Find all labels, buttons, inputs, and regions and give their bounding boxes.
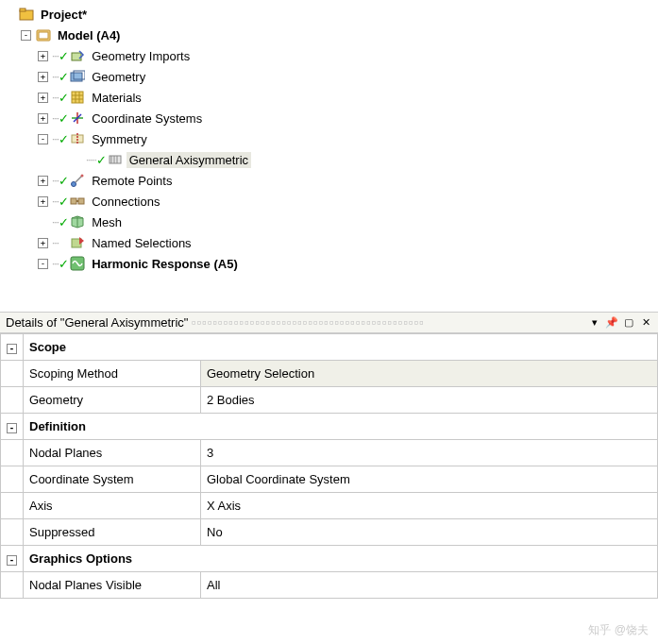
axisym-icon (107, 152, 124, 167)
tree-item[interactable]: + ···· Named Selections (4, 232, 658, 253)
pin-icon[interactable]: 📌 (605, 316, 618, 330)
expander-icon[interactable]: + (38, 238, 48, 248)
property-name: Geometry (24, 387, 201, 414)
expander-icon[interactable]: + (38, 93, 48, 103)
check-icon: ✓ (59, 49, 68, 63)
tree-label: Harmonic Response (A5) (89, 256, 241, 272)
check-icon: ✓ (59, 111, 68, 126)
tree-label: Geometry (89, 69, 148, 85)
tree-item[interactable]: + ···· ✓ Geometry Imports (4, 45, 658, 66)
details-panel-header: Details of "General Axisymmetric" ▫▫▫▫▫▫… (0, 312, 658, 333)
expander-icon[interactable]: - (38, 134, 48, 144)
property-group-header[interactable]: -Definition (1, 414, 658, 440)
property-row: Nodal Planes Visible All (1, 572, 658, 599)
tree-label: Geometry Imports (89, 48, 193, 64)
harmonic-icon (69, 256, 86, 271)
expander-icon[interactable]: - (38, 259, 48, 269)
expander-icon[interactable]: + (38, 72, 48, 82)
tree-item[interactable]: + ···· ✓ Materials (4, 87, 658, 108)
property-group-header[interactable]: -Graphics Options (1, 546, 658, 572)
check-icon: ✓ (59, 215, 68, 229)
tree-item[interactable]: ···· ✓ Mesh (4, 212, 658, 232)
check-icon: ✓ (59, 174, 68, 188)
tree-label: Named Selections (89, 235, 194, 251)
tree-item[interactable]: + ···· ✓ Remote Points (4, 170, 658, 191)
tree-label: Mesh (89, 214, 125, 230)
property-value[interactable]: All (201, 572, 658, 599)
property-row: Suppressed No (1, 519, 658, 546)
tree-item[interactable]: - ···· ✓ Harmonic Response (A5) (4, 253, 658, 274)
tree-item-model[interactable]: - Model (A4) (4, 25, 658, 45)
property-value[interactable]: No (201, 519, 658, 546)
property-row: Coordinate System Global Coordinate Syst… (1, 466, 658, 493)
check-icon: ✓ (59, 70, 68, 84)
header-dots: ▫▫▫▫▫▫▫▫▫▫▫▫▫▫▫▫▫▫▫▫▫▫▫▫▫▫▫▫▫▫▫▫▫▫▫▫▫▫▫▫… (192, 315, 425, 330)
collapse-icon[interactable]: - (7, 555, 17, 566)
expander-icon[interactable]: + (38, 176, 48, 186)
details-panel-body: -Scope Scoping Method Geometry Selection… (0, 333, 658, 644)
check-icon: ✓ (96, 153, 106, 167)
check-icon: ✓ (59, 91, 68, 105)
expander-icon[interactable]: + (38, 196, 48, 207)
close-icon[interactable]: ✕ (639, 316, 652, 330)
geom-import-icon (69, 48, 86, 63)
tree-label: Coordinate Systems (89, 110, 205, 127)
geometry-icon (69, 69, 86, 84)
property-grid: -Scope Scoping Method Geometry Selection… (0, 333, 658, 599)
remote-icon (69, 173, 86, 188)
property-row: Geometry 2 Bodies (1, 387, 658, 414)
property-value[interactable]: X Axis (201, 493, 658, 519)
property-value[interactable]: Geometry Selection (201, 361, 658, 387)
model-icon (35, 27, 52, 42)
property-group-header[interactable]: -Scope (1, 334, 658, 361)
check-icon: ✓ (59, 257, 68, 271)
tree-item[interactable]: + ···· ✓ Coordinate Systems (4, 108, 658, 128)
property-name: Scoping Method (24, 361, 201, 387)
tree-item[interactable]: + ···· ✓ Connections (4, 191, 658, 212)
tree-item-project[interactable]: Project* (4, 4, 658, 25)
mesh-icon (69, 214, 86, 229)
coord-icon (69, 110, 86, 126)
tree-label: Project* (38, 7, 90, 23)
materials-icon (69, 90, 86, 105)
property-row: Axis X Axis (1, 493, 658, 519)
property-name: Axis (24, 493, 201, 519)
property-value[interactable]: 3 (201, 440, 658, 466)
expander-icon[interactable]: - (21, 30, 31, 41)
property-value[interactable]: 2 Bodies (201, 387, 658, 414)
property-value[interactable]: Global Coordinate System (201, 466, 658, 493)
dropdown-icon[interactable]: ▾ (588, 316, 601, 330)
tree-label: Symmetry (89, 131, 150, 147)
property-row: Nodal Planes 3 (1, 440, 658, 466)
tree-label: Connections (89, 194, 162, 210)
tree-label: Materials (89, 90, 144, 106)
symmetry-icon (69, 131, 86, 146)
tree-item[interactable]: + ···· ✓ Geometry (4, 66, 658, 87)
outline-tree[interactable]: Project* - Model (A4) + ···· ✓ Geometry … (0, 0, 658, 312)
expander-icon[interactable]: + (38, 51, 48, 61)
property-name: Suppressed (24, 519, 201, 546)
property-name: Nodal Planes (24, 440, 201, 466)
maximize-icon[interactable]: ▢ (622, 316, 635, 330)
property-row: Scoping Method Geometry Selection (1, 361, 658, 387)
property-name: Coordinate System (24, 466, 201, 493)
property-name: Nodal Planes Visible (24, 572, 201, 599)
named-icon (69, 235, 86, 250)
details-title-text: Details of "General Axisymmetric" (6, 315, 188, 330)
collapse-icon[interactable]: - (7, 344, 17, 354)
check-icon: ✓ (59, 132, 68, 146)
tree-item[interactable]: - ···· ✓ Symmetry (4, 128, 658, 149)
folder-icon (18, 7, 35, 22)
collapse-icon[interactable]: - (7, 423, 17, 433)
expander-icon[interactable]: + (38, 113, 48, 124)
tree-item[interactable]: ······ ✓ General Axisymmetric (4, 149, 658, 170)
check-icon: ✓ (59, 195, 68, 209)
connections-icon (69, 194, 86, 209)
tree-label: General Axisymmetric (127, 152, 251, 168)
tree-label: Remote Points (89, 173, 175, 189)
tree-label: Model (A4) (55, 27, 123, 43)
